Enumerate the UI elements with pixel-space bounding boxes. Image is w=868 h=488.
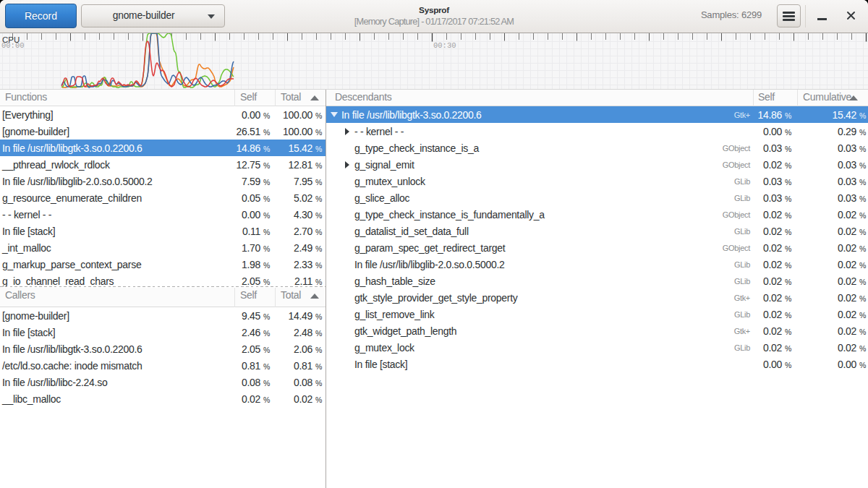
svg-text:00:00: 00:00 [1,41,25,50]
svg-text:00:30: 00:30 [433,41,456,50]
